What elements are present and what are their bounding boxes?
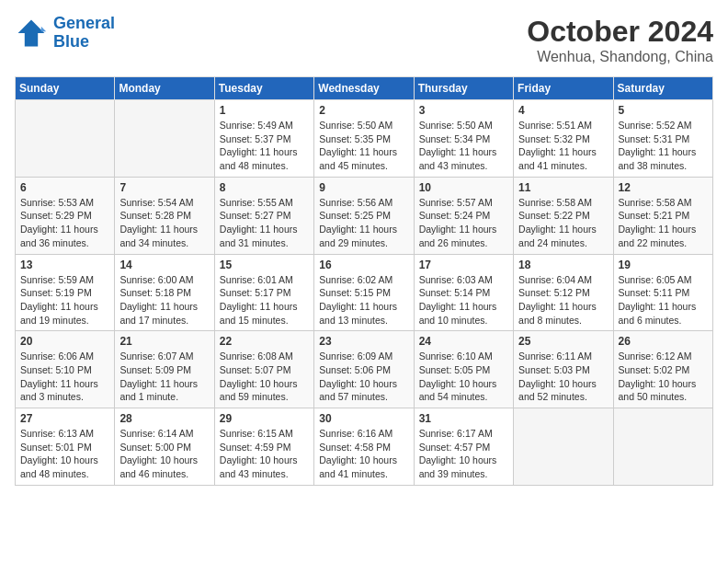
- calendar-cell: 19Sunrise: 6:05 AMSunset: 5:11 PMDayligh…: [613, 254, 712, 331]
- calendar-cell: 7Sunrise: 5:54 AMSunset: 5:28 PMDaylight…: [115, 177, 214, 254]
- day-info: Sunrise: 5:56 AMSunset: 5:25 PMDaylight:…: [319, 196, 408, 250]
- calendar-cell: 16Sunrise: 6:02 AMSunset: 5:15 PMDayligh…: [314, 254, 414, 331]
- day-number: 13: [20, 259, 109, 271]
- day-info: Sunrise: 6:16 AMSunset: 4:58 PMDaylight:…: [319, 427, 408, 481]
- month-year-title: October 2024: [527, 15, 713, 49]
- day-info: Sunrise: 5:52 AMSunset: 5:31 PMDaylight:…: [619, 119, 708, 173]
- day-info: Sunrise: 6:03 AMSunset: 5:14 PMDaylight:…: [419, 273, 508, 327]
- calendar-cell: 10Sunrise: 5:57 AMSunset: 5:24 PMDayligh…: [414, 177, 513, 254]
- calendar-cell: 18Sunrise: 6:04 AMSunset: 5:12 PMDayligh…: [514, 254, 613, 331]
- calendar-table: SundayMondayTuesdayWednesdayThursdayFrid…: [15, 76, 713, 486]
- logo: General Blue: [15, 15, 115, 52]
- calendar-week-row: 13Sunrise: 5:59 AMSunset: 5:19 PMDayligh…: [16, 254, 713, 331]
- day-number: 16: [319, 259, 408, 271]
- day-number: 4: [518, 104, 608, 117]
- calendar-cell: 15Sunrise: 6:01 AMSunset: 5:17 PMDayligh…: [214, 254, 313, 331]
- calendar-week-row: 1Sunrise: 5:49 AMSunset: 5:37 PMDaylight…: [16, 100, 713, 178]
- calendar-cell: 24Sunrise: 6:10 AMSunset: 5:05 PMDayligh…: [414, 331, 513, 408]
- calendar-cell: 30Sunrise: 6:16 AMSunset: 4:58 PMDayligh…: [314, 408, 414, 486]
- day-number: 24: [419, 335, 508, 348]
- day-number: 27: [20, 412, 109, 425]
- weekday-header: Saturday: [613, 77, 712, 100]
- calendar-cell: 31Sunrise: 6:17 AMSunset: 4:57 PMDayligh…: [414, 408, 513, 486]
- day-info: Sunrise: 5:50 AMSunset: 5:35 PMDaylight:…: [319, 119, 408, 173]
- day-number: 10: [419, 181, 508, 194]
- calendar-week-row: 27Sunrise: 6:13 AMSunset: 5:01 PMDayligh…: [16, 408, 713, 486]
- day-number: 30: [319, 412, 408, 425]
- calendar-cell: [613, 408, 712, 486]
- day-info: Sunrise: 6:13 AMSunset: 5:01 PMDaylight:…: [20, 427, 109, 481]
- day-info: Sunrise: 5:53 AMSunset: 5:29 PMDaylight:…: [20, 196, 109, 250]
- day-number: 22: [220, 335, 309, 348]
- day-info: Sunrise: 6:07 AMSunset: 5:09 PMDaylight:…: [119, 350, 209, 404]
- day-number: 9: [319, 181, 408, 194]
- day-info: Sunrise: 6:01 AMSunset: 5:17 PMDaylight:…: [220, 273, 309, 327]
- location-subtitle: Wenhua, Shandong, China: [527, 49, 713, 65]
- day-info: Sunrise: 6:10 AMSunset: 5:05 PMDaylight:…: [419, 350, 508, 404]
- day-info: Sunrise: 5:54 AMSunset: 5:28 PMDaylight:…: [119, 196, 209, 250]
- calendar-cell: 4Sunrise: 5:51 AMSunset: 5:32 PMDaylight…: [514, 100, 613, 178]
- day-number: 5: [619, 104, 708, 117]
- calendar-cell: 21Sunrise: 6:07 AMSunset: 5:09 PMDayligh…: [115, 331, 214, 408]
- day-info: Sunrise: 6:06 AMSunset: 5:10 PMDaylight:…: [20, 350, 109, 404]
- day-info: Sunrise: 6:05 AMSunset: 5:11 PMDaylight:…: [619, 273, 708, 327]
- day-info: Sunrise: 6:09 AMSunset: 5:06 PMDaylight:…: [319, 350, 408, 404]
- title-block: October 2024 Wenhua, Shandong, China: [527, 15, 713, 65]
- day-number: 2: [319, 104, 408, 117]
- day-info: Sunrise: 5:50 AMSunset: 5:34 PMDaylight:…: [419, 119, 508, 173]
- calendar-cell: 17Sunrise: 6:03 AMSunset: 5:14 PMDayligh…: [414, 254, 513, 331]
- calendar-cell: 1Sunrise: 5:49 AMSunset: 5:37 PMDaylight…: [214, 100, 313, 178]
- weekday-header: Thursday: [414, 77, 513, 100]
- day-info: Sunrise: 6:11 AMSunset: 5:03 PMDaylight:…: [518, 350, 608, 404]
- calendar-header-row: SundayMondayTuesdayWednesdayThursdayFrid…: [16, 77, 713, 100]
- day-number: 21: [119, 335, 209, 348]
- calendar-cell: [514, 408, 613, 486]
- day-info: Sunrise: 5:58 AMSunset: 5:22 PMDaylight:…: [518, 196, 608, 250]
- day-info: Sunrise: 6:08 AMSunset: 5:07 PMDaylight:…: [220, 350, 309, 404]
- day-info: Sunrise: 6:14 AMSunset: 5:00 PMDaylight:…: [119, 427, 209, 481]
- day-number: 6: [20, 181, 109, 194]
- day-info: Sunrise: 5:55 AMSunset: 5:27 PMDaylight:…: [220, 196, 309, 250]
- day-number: 19: [619, 259, 708, 271]
- day-number: 25: [518, 335, 608, 348]
- weekday-header: Friday: [514, 77, 613, 100]
- day-number: 20: [20, 335, 109, 348]
- weekday-header: Sunday: [16, 77, 115, 100]
- day-number: 28: [119, 412, 209, 425]
- calendar-cell: 27Sunrise: 6:13 AMSunset: 5:01 PMDayligh…: [16, 408, 115, 486]
- calendar-cell: 6Sunrise: 5:53 AMSunset: 5:29 PMDaylight…: [16, 177, 115, 254]
- day-number: 18: [518, 259, 608, 271]
- day-info: Sunrise: 5:51 AMSunset: 5:32 PMDaylight:…: [518, 119, 608, 173]
- calendar-cell: 8Sunrise: 5:55 AMSunset: 5:27 PMDaylight…: [214, 177, 313, 254]
- day-number: 23: [319, 335, 408, 348]
- day-info: Sunrise: 5:49 AMSunset: 5:37 PMDaylight:…: [220, 119, 309, 173]
- day-info: Sunrise: 6:04 AMSunset: 5:12 PMDaylight:…: [518, 273, 608, 327]
- day-info: Sunrise: 6:12 AMSunset: 5:02 PMDaylight:…: [619, 350, 708, 404]
- weekday-header: Wednesday: [314, 77, 414, 100]
- calendar-cell: 12Sunrise: 5:58 AMSunset: 5:21 PMDayligh…: [613, 177, 712, 254]
- day-number: 15: [220, 259, 309, 271]
- day-number: 17: [419, 259, 508, 271]
- calendar-cell: 2Sunrise: 5:50 AMSunset: 5:35 PMDaylight…: [314, 100, 414, 178]
- day-number: 11: [518, 181, 608, 194]
- calendar-cell: 14Sunrise: 6:00 AMSunset: 5:18 PMDayligh…: [115, 254, 214, 331]
- weekday-header: Tuesday: [214, 77, 313, 100]
- svg-marker-0: [18, 19, 45, 46]
- day-info: Sunrise: 5:57 AMSunset: 5:24 PMDaylight:…: [419, 196, 508, 250]
- page-header: General Blue October 2024 Wenhua, Shando…: [15, 15, 713, 65]
- day-number: 1: [220, 104, 309, 117]
- weekday-header: Monday: [115, 77, 214, 100]
- calendar-cell: 11Sunrise: 5:58 AMSunset: 5:22 PMDayligh…: [514, 177, 613, 254]
- calendar-cell: 29Sunrise: 6:15 AMSunset: 4:59 PMDayligh…: [214, 408, 313, 486]
- calendar-cell: 3Sunrise: 5:50 AMSunset: 5:34 PMDaylight…: [414, 100, 513, 178]
- calendar-cell: 13Sunrise: 5:59 AMSunset: 5:19 PMDayligh…: [16, 254, 115, 331]
- calendar-cell: 5Sunrise: 5:52 AMSunset: 5:31 PMDaylight…: [613, 100, 712, 178]
- calendar-cell: 23Sunrise: 6:09 AMSunset: 5:06 PMDayligh…: [314, 331, 414, 408]
- calendar-cell: 28Sunrise: 6:14 AMSunset: 5:00 PMDayligh…: [115, 408, 214, 486]
- day-number: 26: [619, 335, 708, 348]
- calendar-cell: 25Sunrise: 6:11 AMSunset: 5:03 PMDayligh…: [514, 331, 613, 408]
- day-number: 3: [419, 104, 508, 117]
- day-info: Sunrise: 5:58 AMSunset: 5:21 PMDaylight:…: [619, 196, 708, 250]
- calendar-cell: 26Sunrise: 6:12 AMSunset: 5:02 PMDayligh…: [613, 331, 712, 408]
- day-number: 8: [220, 181, 309, 194]
